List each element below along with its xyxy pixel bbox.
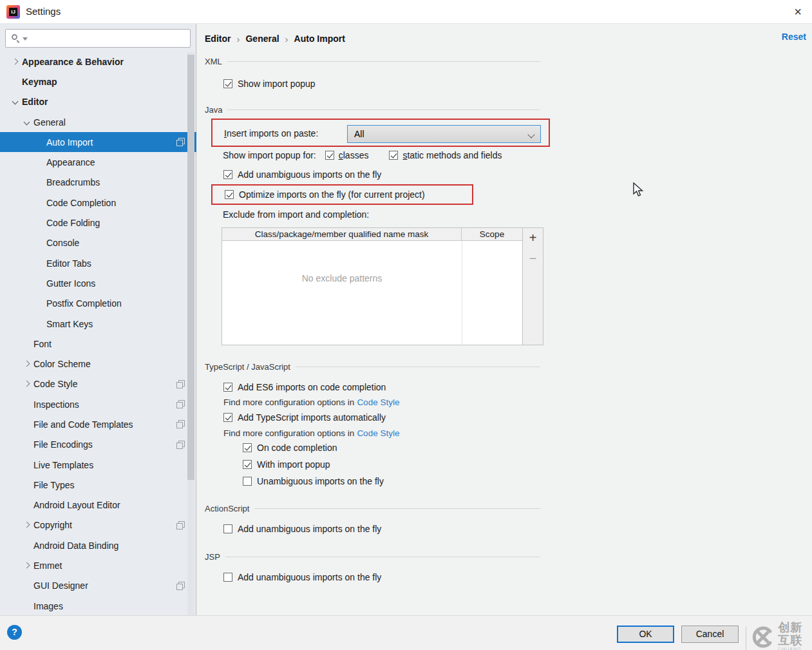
- insert-imports-on-paste-select[interactable]: All: [347, 125, 541, 143]
- chevron-right-icon[interactable]: [22, 561, 33, 570]
- sidebar-item-breadcrumbs[interactable]: Breadcrumbs: [0, 173, 196, 193]
- add-es6-imports-checkbox[interactable]: [223, 383, 232, 392]
- on-code-completion-checkbox[interactable]: [243, 443, 252, 452]
- watermark-subtitle: CHUANG XIN HU LIAN: [778, 647, 812, 650]
- add-typescript-imports-checkbox[interactable]: [223, 413, 232, 422]
- window-title: Settings: [26, 6, 61, 17]
- cancel-button[interactable]: Cancel: [681, 626, 739, 643]
- checkbox-label: Add unambiguous imports on the fly: [238, 524, 381, 534]
- shared-settings-icon: [176, 521, 185, 530]
- sidebar-item-gui-designer[interactable]: GUI Designer: [0, 576, 196, 596]
- settings-sidebar: Appearance & Behavior Keymap Editor Gene…: [0, 24, 196, 615]
- checkbox-label: Add TypeScript imports automatically: [238, 412, 386, 423]
- static-methods-checkbox[interactable]: [389, 151, 398, 160]
- breadcrumb-separator: ›: [285, 33, 288, 44]
- sidebar-item-live-templates[interactable]: Live Templates: [0, 455, 196, 475]
- watermark-name: 创新互联: [778, 621, 812, 647]
- sidebar-item-gutter-icons[interactable]: Gutter Icons: [0, 273, 196, 293]
- exclude-from-import-label: Exclude from import and completion:: [223, 207, 369, 222]
- sidebar-item-keymap[interactable]: Keymap: [0, 72, 196, 91]
- unambiguous-imports-checkbox[interactable]: [243, 477, 252, 486]
- show-import-popup-checkbox[interactable]: [223, 79, 232, 88]
- chevron-right-icon[interactable]: [10, 57, 22, 66]
- checkbox-label: Show import popup: [238, 79, 316, 89]
- sidebar-item-copyright[interactable]: Copyright: [0, 515, 196, 535]
- checkbox-label: Add unambiguous imports on the fly: [238, 572, 381, 582]
- sidebar-item-emmet[interactable]: Emmet: [0, 555, 196, 575]
- find-more-options-text: Find more configuration options in Code …: [223, 426, 399, 439]
- breadcrumb: Editor › General › Auto Import: [205, 32, 345, 46]
- chevron-right-icon[interactable]: [22, 379, 33, 388]
- checkbox-label: Add ES6 imports on code completion: [238, 382, 386, 392]
- shared-settings-icon: [176, 420, 185, 428]
- checkbox-label: On code completion: [257, 443, 337, 453]
- reset-link[interactable]: Reset: [782, 32, 806, 42]
- sidebar-item-smart-keys[interactable]: Smart Keys: [0, 314, 196, 334]
- section-xml: XML: [205, 56, 540, 66]
- sidebar-item-android-data-binding[interactable]: Android Data Binding: [0, 535, 196, 555]
- sidebar-item-file-code-templates[interactable]: File and Code Templates: [0, 414, 196, 434]
- sidebar-item-android-layout-editor[interactable]: Android Layout Editor: [0, 495, 196, 515]
- sidebar-item-code-folding[interactable]: Code Folding: [0, 213, 196, 233]
- intellij-idea-icon: IJ: [6, 5, 20, 19]
- checkbox-label: Add unambiguous imports on the fly: [238, 169, 381, 180]
- sidebar-item-file-types[interactable]: File Types: [0, 475, 196, 495]
- breadcrumb-general[interactable]: General: [245, 33, 279, 44]
- sidebar-item-appearance[interactable]: Appearance: [0, 152, 196, 172]
- sidebar-item-file-encodings[interactable]: File Encodings: [0, 435, 196, 455]
- ok-button[interactable]: OK: [617, 626, 674, 643]
- shared-settings-icon: [176, 380, 185, 388]
- help-button[interactable]: ?: [7, 625, 22, 640]
- close-icon[interactable]: ×: [789, 3, 807, 20]
- add-unambiguous-imports-checkbox[interactable]: [223, 170, 232, 179]
- code-style-link[interactable]: Code Style: [357, 428, 399, 438]
- empty-table-text: No exclude patterns: [222, 273, 462, 283]
- find-more-options-text: Find more configuration options in Code …: [223, 396, 399, 408]
- annotation-red-box-optimize-imports: Optimize imports on the fly (for current…: [211, 184, 473, 205]
- optimize-imports-checkbox[interactable]: [225, 190, 234, 199]
- annotation-red-box-insert-imports: Insert imports on paste: All: [211, 119, 550, 147]
- sidebar-item-auto-import[interactable]: Auto Import: [0, 132, 196, 152]
- column-header-scope[interactable]: Scope: [462, 228, 522, 240]
- on-code-completion-row: On code completion: [243, 439, 337, 456]
- sidebar-scrollbar-thumb[interactable]: [187, 55, 194, 480]
- code-style-link[interactable]: Code Style: [357, 397, 399, 407]
- actionscript-add-unambiguous-checkbox[interactable]: [223, 524, 232, 533]
- with-import-popup-row: With import popup: [243, 456, 330, 473]
- checkbox-label: static methods and fields: [402, 150, 502, 160]
- sidebar-item-appearance-behavior[interactable]: Appearance & Behavior: [0, 52, 196, 72]
- chevron-down-icon: [527, 131, 534, 138]
- sidebar-item-console[interactable]: Console: [0, 233, 196, 253]
- exclude-patterns-table[interactable]: Class/package/member qualified name mask…: [222, 227, 523, 345]
- chevron-down-icon[interactable]: [22, 118, 33, 127]
- shared-settings-icon: [176, 441, 185, 449]
- sidebar-item-general[interactable]: General: [0, 112, 196, 132]
- chevron-right-icon[interactable]: [22, 359, 33, 368]
- checkbox-label: classes: [339, 150, 369, 160]
- settings-tree: Appearance & Behavior Keymap Editor Gene…: [0, 52, 196, 616]
- sidebar-item-images[interactable]: Images: [0, 596, 196, 616]
- sidebar-item-font[interactable]: Font: [0, 334, 196, 354]
- sidebar-item-color-scheme[interactable]: Color Scheme: [0, 354, 196, 374]
- sidebar-item-code-completion[interactable]: Code Completion: [0, 193, 196, 213]
- column-header-mask[interactable]: Class/package/member qualified name mask: [222, 228, 462, 240]
- watermark: 创新互联 CHUANG XIN HU LIAN: [746, 621, 812, 650]
- remove-pattern-button[interactable]: −: [523, 249, 543, 269]
- optimize-imports-row: Optimize imports on the fly (for current…: [225, 186, 425, 203]
- sidebar-item-postfix-completion[interactable]: Postfix Completion: [0, 294, 196, 314]
- chevron-right-icon[interactable]: [22, 521, 33, 530]
- search-options-caret-icon[interactable]: [23, 37, 28, 41]
- sidebar-item-inspections[interactable]: Inspections: [0, 394, 196, 414]
- add-pattern-button[interactable]: +: [523, 228, 543, 249]
- search-input[interactable]: [5, 29, 191, 48]
- with-import-popup-checkbox[interactable]: [243, 460, 252, 469]
- sidebar-item-editor[interactable]: Editor: [0, 92, 196, 112]
- sidebar-item-code-style[interactable]: Code Style: [0, 374, 196, 394]
- breadcrumb-editor[interactable]: Editor: [205, 33, 231, 44]
- checkbox-label: Optimize imports on the fly (for current…: [239, 189, 425, 200]
- classes-checkbox[interactable]: [325, 151, 334, 160]
- chevron-down-icon[interactable]: [10, 97, 22, 106]
- add-es6-row: Add ES6 imports on code completion: [223, 379, 386, 396]
- jsp-add-unambiguous-checkbox[interactable]: [223, 573, 232, 582]
- sidebar-item-editor-tabs[interactable]: Editor Tabs: [0, 253, 196, 273]
